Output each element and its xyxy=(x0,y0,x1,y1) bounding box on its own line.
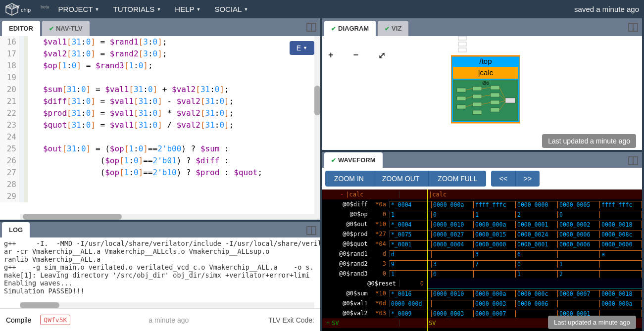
log-output[interactable]: g++ -I. -MMD -I/usr/local/share/verilato… xyxy=(0,237,320,308)
waveform-panel: ✔WAVEFORM ZOOM IN ZOOM OUT ZOOM FULL << … xyxy=(322,150,642,331)
check-icon: ✔ xyxy=(49,25,54,32)
split-pane-icon[interactable] xyxy=(306,226,316,236)
svg-rect-29 xyxy=(491,108,499,112)
svg-rect-23 xyxy=(473,95,482,98)
waveform-timestamp: Last updated a minute ago xyxy=(548,316,636,329)
log-scrollbar-h[interactable] xyxy=(20,302,314,308)
zoom-in-icon[interactable]: + xyxy=(328,50,334,61)
waveform-signal-row[interactable]: @0$reset0 xyxy=(322,279,642,288)
line-number: 18 xyxy=(0,60,16,72)
menu-project[interactable]: PROJECT▼ xyxy=(58,5,99,13)
e-dropdown-button[interactable]: E▼ xyxy=(290,41,314,55)
code-line[interactable]: $quot[31:0] = $val1[31:0] / $val2[31:0]; xyxy=(28,119,320,131)
code-line[interactable] xyxy=(28,190,320,202)
log-timestamp: a minute ago xyxy=(149,316,189,324)
tab-diagram[interactable]: ✔DIAGRAM xyxy=(324,21,376,36)
fullscreen-icon[interactable]: ⤢ xyxy=(378,50,386,61)
chevron-down-icon: ▼ xyxy=(156,7,161,12)
waveform-header-row[interactable]: -|calc|calc xyxy=(322,189,642,199)
waveform-grid[interactable]: -|calc|calc@0$diff*0a*_00040000_000affff… xyxy=(322,189,642,331)
split-pane-icon[interactable] xyxy=(306,22,316,32)
line-number: 29 xyxy=(0,190,16,202)
tab-navtlv[interactable]: ✔NAV-TLV xyxy=(42,21,90,36)
waveform-signal-row[interactable]: @0$sum*10*_00160000_00100000_000a0000_00… xyxy=(322,288,642,298)
code-line[interactable]: $diff[31:0] = $val1[31:0] - $val2[31:0]; xyxy=(28,95,320,107)
svg-rect-28 xyxy=(473,110,482,114)
svg-text:/top: /top xyxy=(479,57,492,65)
menu-tutorials[interactable]: TUTORIALS▼ xyxy=(113,5,161,13)
svg-rect-30 xyxy=(505,98,515,103)
log-panel: LOG g++ -I. -MMD -I/usr/local/share/veri… xyxy=(0,220,320,331)
check-icon: ✔ xyxy=(331,157,336,164)
zoom-in-button[interactable]: ZOOM IN xyxy=(325,171,373,187)
waveform-signal-row[interactable]: @0$quot*04*_00010000_00040000_00000000_0… xyxy=(322,239,642,249)
beta-label: beta xyxy=(41,4,50,9)
waveform-signal-row[interactable]: @0$out*10*_00040000_00100000_000a0000_00… xyxy=(322,219,642,229)
svg-rect-12 xyxy=(458,48,466,52)
line-number: 23 xyxy=(0,119,16,131)
compile-id-badge[interactable]: QWfv5K xyxy=(40,315,70,325)
tab-editor[interactable]: EDITOR xyxy=(2,21,40,36)
tab-waveform[interactable]: ✔WAVEFORM xyxy=(324,152,383,168)
svg-text:maker: maker xyxy=(6,4,20,9)
seek-back-button[interactable]: << xyxy=(491,171,515,187)
zoom-full-button[interactable]: ZOOM FULL xyxy=(429,171,486,187)
waveform-signal-row[interactable]: @0$op010120 xyxy=(322,209,642,219)
editor-scrollbar-h[interactable] xyxy=(20,214,314,220)
code-line[interactable]: ($op[1:0]==2'b01) ? $diff : xyxy=(28,155,320,167)
svg-rect-22 xyxy=(457,96,466,100)
svg-text:|calc: |calc xyxy=(478,68,494,77)
code-line[interactable] xyxy=(28,72,320,84)
waveform-signal-row[interactable]: @0$prod*27*_00750000_00270000_00150000_0… xyxy=(322,229,642,239)
logo[interactable]: maker chip beta xyxy=(5,2,50,16)
code-line[interactable]: $op[1:0] = $rand3[1:0]; xyxy=(28,60,320,72)
tab-viz[interactable]: ✔VIZ xyxy=(378,21,408,36)
waveform-signal-row[interactable]: @0$rand2393701 xyxy=(322,259,642,269)
makerchip-logo-icon: maker chip xyxy=(5,2,40,16)
waveform-controls: ZOOM IN ZOOM OUT ZOOM FULL << >> xyxy=(322,168,642,189)
svg-rect-27 xyxy=(491,100,499,104)
svg-rect-21 xyxy=(491,86,499,90)
code-line[interactable] xyxy=(28,131,320,143)
svg-rect-10 xyxy=(458,36,466,40)
waveform-cursor[interactable] xyxy=(427,189,428,331)
svg-rect-25 xyxy=(457,105,466,109)
code-editor[interactable]: 16171819202122232425▾26▾272829 $val1[31:… xyxy=(0,36,320,220)
chevron-down-icon: ▼ xyxy=(196,7,200,12)
waveform-signal-row[interactable]: @0$diff*0a*_00040000_000affff_fffc0000_0… xyxy=(322,199,642,209)
line-number: 24 xyxy=(0,131,16,143)
code-line[interactable]: $sum[31:0] = $val1[31:0] + $val2[31:0]; xyxy=(28,84,320,95)
code-line[interactable]: $val1[31:0] = $rand1[3:0]; xyxy=(28,36,320,48)
svg-rect-19 xyxy=(457,88,466,92)
zoom-out-button[interactable]: ZOOM OUT xyxy=(373,171,429,187)
waveform-signal-row[interactable]: @0$rand301012 xyxy=(322,269,642,279)
code-line[interactable]: $prod[31:0] = $val1[31:0] * $val2[31:0]; xyxy=(28,107,320,119)
diagram-canvas[interactable]: + − ⤢ /top |calc @0 xyxy=(322,36,642,150)
check-icon: ✔ xyxy=(385,25,390,32)
menu-help[interactable]: HELP▼ xyxy=(175,5,200,13)
tab-log[interactable]: LOG xyxy=(2,222,30,237)
diagram-svg: /top |calc @0 xyxy=(451,36,520,125)
seek-forward-button[interactable]: >> xyxy=(516,171,540,187)
editor-tabs: EDITOR ✔NAV-TLV xyxy=(0,18,320,36)
split-pane-icon[interactable] xyxy=(628,156,638,166)
zoom-out-icon[interactable]: − xyxy=(353,50,359,61)
editor-scrollbar-v[interactable] xyxy=(314,36,320,220)
code-line[interactable] xyxy=(28,179,320,190)
split-pane-icon[interactable] xyxy=(628,22,638,32)
waveform-signal-row[interactable]: @0$rand1dd36a xyxy=(322,249,642,259)
svg-rect-11 xyxy=(458,42,466,46)
code-line[interactable]: $out[31:0] = ($op[1:0]==2'b00) ? $sum : xyxy=(28,143,320,155)
line-number: 27 xyxy=(0,167,16,179)
line-number: 21 xyxy=(0,95,16,107)
saved-status: saved a minute ago xyxy=(574,5,639,13)
svg-rect-20 xyxy=(473,87,482,91)
menu-social[interactable]: SOCIAL▼ xyxy=(214,5,248,13)
diagram-tabs: ✔DIAGRAM ✔VIZ xyxy=(322,18,642,36)
code-line[interactable]: $val2[31:0] = $rand2[3:0]; xyxy=(28,48,320,60)
chevron-down-icon: ▼ xyxy=(95,7,99,12)
log-footer: Compile QWfv5K a minute ago TLV Exit Cod… xyxy=(0,308,320,331)
code-line[interactable]: ($op[1:0]==2'b10) ? $prod : $quot; xyxy=(28,167,320,179)
line-number: 19 xyxy=(0,72,16,84)
waveform-signal-row[interactable]: @0$val1*0d0000_000d0000_00030000_0006000… xyxy=(322,298,642,308)
